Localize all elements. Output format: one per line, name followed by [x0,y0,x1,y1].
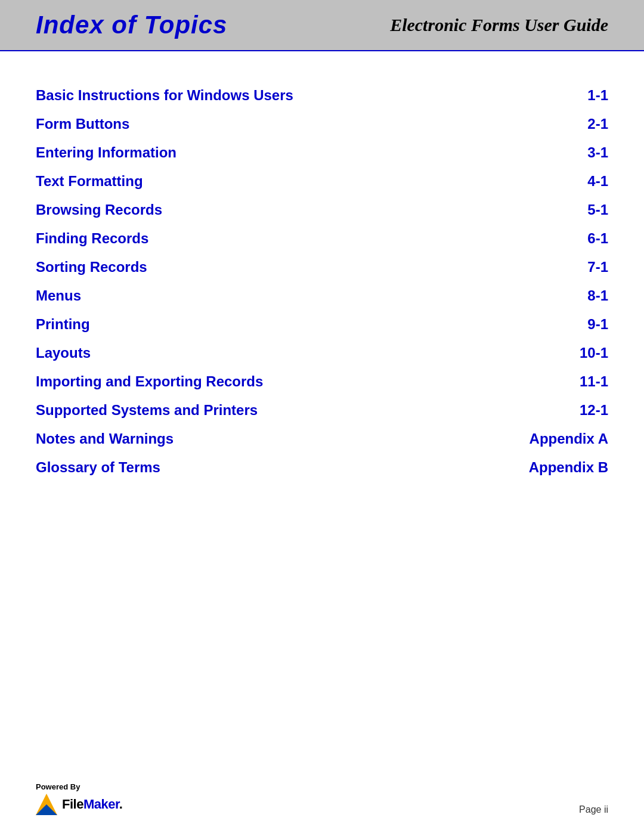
page: Index of Topics Electronic Forms User Gu… [0,0,644,833]
toc-row[interactable]: Basic Instructions for Windows Users1-1 [36,81,608,110]
toc-item-label: Supported Systems and Printers [36,396,436,425]
toc-item-label: Entering Information [36,138,436,167]
toc-row[interactable]: Importing and Exporting Records11-1 [36,367,608,396]
toc-item-page: 5-1 [436,196,608,224]
toc-row[interactable]: Glossary of TermsAppendix B [36,453,608,482]
page-subtitle: Electronic Forms User Guide [390,15,608,35]
toc-item-label: Sorting Records [36,253,436,281]
toc-row[interactable]: Layouts10-1 [36,339,608,367]
filemaker-logo: FileMaker. [36,794,122,815]
toc-item-page: 9-1 [436,310,608,339]
toc-item-label: Importing and Exporting Records [36,367,436,396]
toc-item-label: Glossary of Terms [36,453,436,482]
toc-row[interactable]: Notes and WarningsAppendix A [36,425,608,453]
toc-row[interactable]: Supported Systems and Printers12-1 [36,396,608,425]
toc-item-page: 10-1 [436,339,608,367]
toc-row[interactable]: Sorting Records7-1 [36,253,608,281]
toc-row[interactable]: Text Formatting4-1 [36,167,608,196]
toc-item-label: Browsing Records [36,196,436,224]
toc-item-page: 3-1 [436,138,608,167]
toc-item-label: Basic Instructions for Windows Users [36,81,436,110]
page-number: Page ii [579,804,608,815]
toc-item-label: Printing [36,310,436,339]
toc-item-label: Notes and Warnings [36,425,436,453]
footer-left: Powered By FileMaker. [36,782,122,815]
toc-item-page: Appendix B [436,453,608,482]
toc-item-page: Appendix A [436,425,608,453]
main-content: Basic Instructions for Windows Users1-1F… [0,51,644,770]
page-title: Index of Topics [36,11,227,39]
toc-item-label: Menus [36,281,436,310]
toc-item-page: 8-1 [436,281,608,310]
toc-item-page: 6-1 [436,224,608,253]
toc-item-label: Layouts [36,339,436,367]
filemaker-icon [36,794,57,815]
toc-item-label: Form Buttons [36,110,436,138]
toc-row[interactable]: Browsing Records5-1 [36,196,608,224]
toc-item-page: 7-1 [436,253,608,281]
powered-by-label: Powered By [36,782,80,791]
toc-item-page: 11-1 [436,367,608,396]
toc-item-page: 1-1 [436,81,608,110]
header-bar: Index of Topics Electronic Forms User Gu… [0,0,644,51]
toc-row[interactable]: Entering Information3-1 [36,138,608,167]
toc-row[interactable]: Form Buttons2-1 [36,110,608,138]
toc-item-page: 12-1 [436,396,608,425]
toc-item-label: Finding Records [36,224,436,253]
filemaker-name: FileMaker. [62,797,122,812]
toc-table: Basic Instructions for Windows Users1-1F… [36,81,608,482]
toc-row[interactable]: Finding Records6-1 [36,224,608,253]
toc-item-page: 2-1 [436,110,608,138]
toc-item-label: Text Formatting [36,167,436,196]
toc-row[interactable]: Menus8-1 [36,281,608,310]
toc-row[interactable]: Printing9-1 [36,310,608,339]
footer: Powered By FileMaker. Page ii [0,770,644,833]
toc-item-page: 4-1 [436,167,608,196]
